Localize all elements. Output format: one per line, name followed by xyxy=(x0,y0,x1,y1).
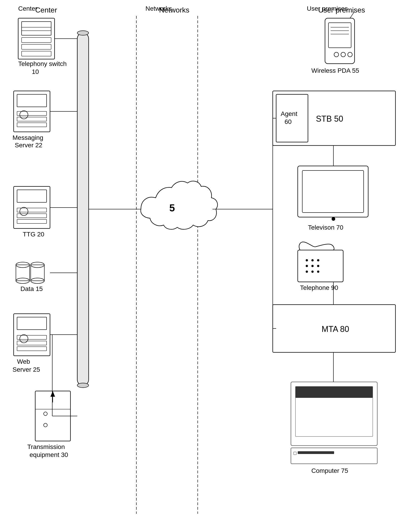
svg-rect-65 xyxy=(276,94,308,142)
svg-point-21 xyxy=(20,207,28,216)
svg-text:60: 60 xyxy=(284,118,291,125)
svg-rect-27 xyxy=(16,265,30,281)
svg-text:TTG 20: TTG 20 xyxy=(23,231,44,238)
network-cloud-icon: 5 xyxy=(141,181,217,229)
svg-text:Wireless PDA 55: Wireless PDA 55 xyxy=(311,67,359,74)
svg-rect-90 xyxy=(294,452,296,455)
messaging-server-icon xyxy=(14,91,50,132)
svg-text:Telephone 90: Telephone 90 xyxy=(300,284,338,291)
telephone-icon xyxy=(298,242,343,282)
svg-text:Messaging: Messaging xyxy=(12,134,43,141)
svg-text:Computer 75: Computer 75 xyxy=(311,467,348,474)
svg-text:Telephony switch: Telephony switch xyxy=(18,60,67,67)
svg-point-70 xyxy=(332,217,335,221)
svg-rect-72 xyxy=(298,250,343,282)
svg-text:Server 22: Server 22 xyxy=(15,142,42,149)
diagram: Center Networks User premises Telephony … xyxy=(0,0,420,524)
svg-text:Televison 70: Televison 70 xyxy=(308,224,343,231)
svg-text:5: 5 xyxy=(169,202,175,213)
svg-text:Agent: Agent xyxy=(281,110,297,117)
svg-point-73 xyxy=(306,259,308,262)
svg-point-75 xyxy=(317,259,319,262)
svg-rect-12 xyxy=(17,94,47,107)
svg-rect-7 xyxy=(22,44,51,49)
svg-rect-87 xyxy=(295,386,373,398)
svg-rect-16 xyxy=(17,123,47,127)
svg-rect-6 xyxy=(22,37,51,43)
svg-point-79 xyxy=(306,271,308,273)
svg-rect-54 xyxy=(328,23,351,48)
user-premises-section-label: User premises xyxy=(307,5,348,13)
svg-rect-23 xyxy=(17,214,47,218)
svg-rect-69 xyxy=(302,171,364,213)
svg-text:equipment 30: equipment 30 xyxy=(30,451,68,458)
svg-rect-22 xyxy=(17,208,47,212)
svg-rect-19 xyxy=(14,186,50,228)
svg-point-44 xyxy=(44,412,47,416)
center-label: Center xyxy=(35,6,57,14)
svg-point-51 xyxy=(77,383,89,388)
svg-text:Web: Web xyxy=(17,358,30,365)
svg-rect-3 xyxy=(22,22,51,35)
svg-point-45 xyxy=(44,423,47,427)
center-section-label: Center xyxy=(18,5,37,13)
networks-section-label: Networks xyxy=(146,5,172,13)
svg-point-35 xyxy=(20,335,28,343)
svg-rect-36 xyxy=(17,335,47,339)
svg-rect-20 xyxy=(17,190,47,202)
svg-text:STB 50: STB 50 xyxy=(316,114,343,123)
svg-rect-38 xyxy=(17,347,47,351)
svg-point-60 xyxy=(348,52,352,57)
svg-text:10: 10 xyxy=(32,68,39,75)
svg-point-50 xyxy=(77,31,89,35)
web-server-icon xyxy=(14,314,50,356)
svg-rect-49 xyxy=(77,33,89,385)
svg-rect-8 xyxy=(22,51,51,56)
television-icon xyxy=(298,166,368,221)
svg-text:MTA 80: MTA 80 xyxy=(322,324,349,334)
svg-rect-2 xyxy=(18,18,55,59)
telephony-switch-icon xyxy=(18,18,55,59)
svg-point-78 xyxy=(317,265,319,267)
svg-rect-37 xyxy=(17,341,47,345)
svg-point-77 xyxy=(311,265,314,267)
computer-icon xyxy=(291,382,377,464)
svg-point-59 xyxy=(341,52,345,57)
svg-rect-30 xyxy=(31,265,44,281)
svg-marker-43 xyxy=(51,391,55,397)
svg-rect-88 xyxy=(291,448,377,464)
svg-point-81 xyxy=(317,271,319,273)
svg-point-76 xyxy=(306,265,308,267)
svg-rect-24 xyxy=(17,219,47,223)
svg-rect-68 xyxy=(298,166,368,217)
svg-point-80 xyxy=(311,271,314,273)
svg-rect-34 xyxy=(17,317,47,330)
data-icon xyxy=(16,262,44,283)
svg-point-58 xyxy=(334,52,339,57)
svg-rect-33 xyxy=(14,314,50,356)
svg-point-74 xyxy=(311,259,314,262)
ttg-icon xyxy=(14,186,50,228)
svg-text:Data 15: Data 15 xyxy=(20,285,43,292)
svg-rect-14 xyxy=(17,111,47,115)
wireless-pda-icon xyxy=(325,11,355,64)
svg-text:Server 25: Server 25 xyxy=(12,366,40,373)
svg-rect-89 xyxy=(298,451,334,454)
svg-rect-15 xyxy=(17,117,47,121)
svg-text:Transmission: Transmission xyxy=(27,443,65,450)
svg-point-13 xyxy=(20,111,28,119)
